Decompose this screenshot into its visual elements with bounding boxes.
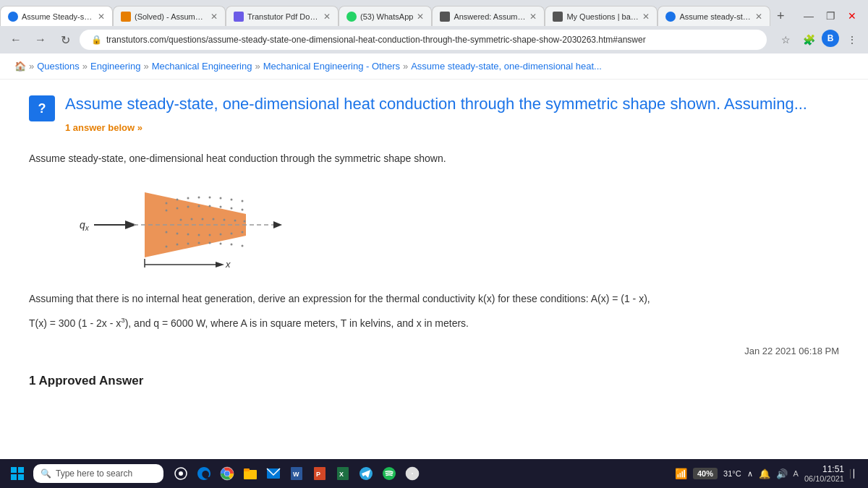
svg-point-13 xyxy=(220,205,222,207)
svg-point-34 xyxy=(198,241,200,244)
tab-5-close[interactable]: ✕ xyxy=(529,12,537,22)
tab-1[interactable]: Assume Steady-state... ✕ xyxy=(0,6,113,26)
taskbar-excel-icon[interactable]: X xyxy=(333,463,353,484)
network-icon[interactable]: 📶 xyxy=(675,468,687,479)
breadcrumb-engineering[interactable]: Engineering xyxy=(90,61,140,72)
svg-point-16 xyxy=(180,218,182,221)
refresh-button[interactable]: ↻ xyxy=(55,30,75,50)
taskbar-edge-icon[interactable] xyxy=(194,463,214,484)
svg-point-33 xyxy=(187,242,190,244)
taskbar-chrome2-icon[interactable] xyxy=(402,463,422,484)
tab-6-icon xyxy=(553,12,563,22)
url-input[interactable]: 🔒 transtutors.com/questions/assume-stead… xyxy=(80,30,767,50)
taskbar-volume-icon[interactable]: 🔊 xyxy=(776,468,788,479)
tab-6[interactable]: My Questions | bartle... ✕ xyxy=(545,6,658,26)
svg-point-18 xyxy=(202,218,204,220)
tab-5-label: Answered: Assume st... xyxy=(454,12,526,21)
svg-point-2 xyxy=(187,197,190,199)
taskbar-word-icon[interactable]: W xyxy=(286,463,307,484)
tab-6-label: My Questions | bartle... xyxy=(566,12,639,21)
bookmark-button[interactable]: ☆ xyxy=(775,30,796,50)
svg-point-15 xyxy=(242,208,244,210)
taskbar-search[interactable]: 🔍 Type here to search xyxy=(33,464,163,483)
svg-point-14 xyxy=(231,207,233,209)
tab-4-close[interactable]: ✕ xyxy=(417,12,424,22)
minimize-button[interactable]: — xyxy=(799,6,819,26)
maximize-button[interactable]: ❐ xyxy=(820,6,841,26)
sep-2: » xyxy=(143,61,148,72)
svg-point-35 xyxy=(209,241,211,244)
tab-2[interactable]: (Solved) - Assume ste... ✕ xyxy=(113,6,226,26)
tab-2-label: (Solved) - Assume ste... xyxy=(135,12,207,21)
tab-6-close[interactable]: ✕ xyxy=(642,12,650,22)
back-button[interactable]: ← xyxy=(6,30,26,50)
svg-point-30 xyxy=(242,231,244,233)
answer-below-link[interactable]: 1 answer below » xyxy=(65,122,142,133)
svg-point-1 xyxy=(176,198,179,200)
question-body-line1: Assume steady-state, one-dimensional hea… xyxy=(29,150,839,166)
tab-3-close[interactable]: ✕ xyxy=(323,12,331,22)
battery-indicator: 40% xyxy=(693,468,718,479)
question-title-area: Assume steady-state, one-dimensional hea… xyxy=(65,94,839,133)
taskbar-show-desktop[interactable]: ▏ xyxy=(850,469,862,479)
close-button[interactable]: ✕ xyxy=(842,6,862,26)
svg-point-12 xyxy=(209,205,211,207)
x-axis-arrow xyxy=(216,262,224,267)
taskbar-notify-icon[interactable]: 🔔 xyxy=(759,468,770,479)
question-icon-label: ? xyxy=(38,101,46,116)
svg-text:W: W xyxy=(293,471,299,478)
sep-4: » xyxy=(403,61,408,72)
taskbar-mail-icon[interactable] xyxy=(263,463,284,484)
diagram-container: qx xyxy=(72,178,839,276)
taskbar-arrow-icon[interactable]: ∧ xyxy=(747,469,753,479)
taskbar-telegram-icon[interactable] xyxy=(356,463,376,484)
svg-point-44 xyxy=(179,471,183,476)
tab-bar: Assume Steady-state... ✕ (Solved) - Assu… xyxy=(0,0,868,26)
lock-icon: 🔒 xyxy=(91,35,102,45)
tab-3[interactable]: Transtutor Pdf Downl... ✕ xyxy=(226,6,339,26)
breadcrumb-current[interactable]: Assume steady-state, one-dimensional hea… xyxy=(411,61,602,72)
taskbar-spotify-icon[interactable] xyxy=(379,463,399,484)
svg-point-8 xyxy=(166,209,168,211)
windows-logo-icon xyxy=(10,466,25,481)
svg-text:X: X xyxy=(339,471,344,478)
tab-2-close[interactable]: ✕ xyxy=(210,12,218,22)
profile-button[interactable]: B xyxy=(822,30,839,47)
svg-point-17 xyxy=(191,218,193,220)
svg-rect-41 xyxy=(11,474,17,480)
taskbar-chrome-icon[interactable] xyxy=(217,463,237,484)
tab-4-label: (53) WhatsApp xyxy=(360,12,413,21)
breadcrumb-questions[interactable]: Questions xyxy=(37,61,80,72)
tab-4[interactable]: (53) WhatsApp ✕ xyxy=(339,6,432,26)
svg-point-5 xyxy=(220,197,222,199)
svg-point-11 xyxy=(198,205,200,207)
extensions-button[interactable]: 🧩 xyxy=(799,30,819,50)
taskbar-powerpoint-icon[interactable]: P xyxy=(310,463,330,484)
tab-2-icon xyxy=(121,12,131,22)
tab-7-label: Assume steady-state... xyxy=(679,12,752,21)
tab-5[interactable]: Answered: Assume st... ✕ xyxy=(432,6,545,26)
search-icon: 🔍 xyxy=(41,468,51,479)
forward-button[interactable]: → xyxy=(30,30,51,50)
tab-7[interactable]: Assume steady-state... ✕ xyxy=(658,6,770,26)
taskbar-cortana-icon[interactable] xyxy=(171,463,191,484)
menu-button[interactable]: ⋮ xyxy=(842,30,862,50)
breadcrumb-mechanical-engineering[interactable]: Mechanical Engineering xyxy=(152,61,252,72)
start-button[interactable] xyxy=(6,462,29,485)
main-content: ? Assume steady-state, one-dimensional h… xyxy=(0,80,868,459)
clock-time: 11:51 xyxy=(804,464,844,474)
svg-point-22 xyxy=(244,220,246,222)
svg-point-4 xyxy=(209,196,211,198)
question-header: ? Assume steady-state, one-dimensional h… xyxy=(29,94,839,133)
clock[interactable]: 11:51 06/10/2021 xyxy=(804,464,844,483)
tab-1-close[interactable]: ✕ xyxy=(98,12,105,22)
svg-rect-49 xyxy=(244,468,250,471)
breadcrumb-mechanical-engineering-others[interactable]: Mechanical Engineering - Others xyxy=(263,61,400,72)
svg-point-10 xyxy=(187,205,190,207)
new-tab-button[interactable]: + xyxy=(770,6,791,26)
svg-point-31 xyxy=(166,245,168,247)
tab-7-close[interactable]: ✕ xyxy=(755,12,762,22)
svg-text:P: P xyxy=(316,471,320,478)
taskbar-file-explorer-icon[interactable] xyxy=(240,463,260,484)
question-body: Assume steady-state, one-dimensional hea… xyxy=(29,150,839,331)
